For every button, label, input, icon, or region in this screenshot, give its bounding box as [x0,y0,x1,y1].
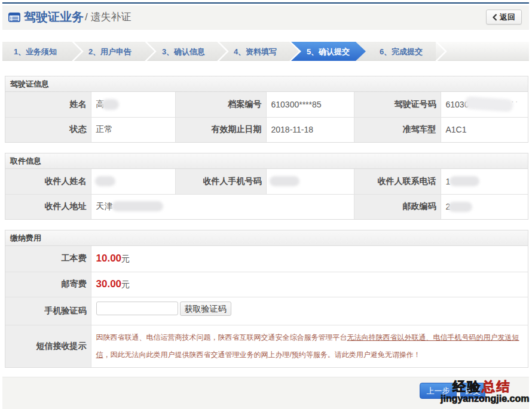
svg-text:6、完成提交: 6、完成提交 [380,47,423,56]
svg-text:3、确认信息: 3、确认信息 [162,47,205,56]
svg-text:5、确认提交: 5、确认提交 [307,47,350,56]
svg-text:4、资料填写: 4、资料填写 [234,47,277,56]
svg-text:1、业务须知: 1、业务须知 [14,47,57,56]
svg-text:2、用户申告: 2、用户申告 [88,47,132,56]
